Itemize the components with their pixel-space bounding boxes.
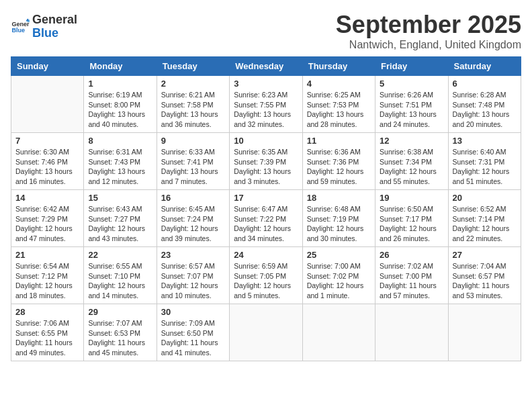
- day-info: Sunrise: 6:21 AM Sunset: 7:58 PM Dayligh…: [161, 90, 225, 130]
- day-number: 30: [161, 307, 225, 317]
- weekday-header-thursday: Thursday: [302, 57, 375, 76]
- day-info: Sunrise: 6:48 AM Sunset: 7:19 PM Dayligh…: [307, 204, 371, 244]
- day-number: 27: [453, 250, 517, 260]
- logo-text-general: General: [32, 13, 77, 27]
- day-info: Sunrise: 6:36 AM Sunset: 7:36 PM Dayligh…: [307, 147, 371, 187]
- day-info: Sunrise: 6:26 AM Sunset: 7:51 PM Dayligh…: [380, 90, 443, 130]
- day-info: Sunrise: 7:07 AM Sunset: 6:53 PM Dayligh…: [88, 318, 152, 358]
- day-info: Sunrise: 6:55 AM Sunset: 7:10 PM Dayligh…: [88, 261, 152, 301]
- day-number: 12: [380, 136, 443, 146]
- day-info: Sunrise: 6:28 AM Sunset: 7:48 PM Dayligh…: [453, 90, 517, 130]
- calendar-cell: 25Sunrise: 7:00 AM Sunset: 7:02 PM Dayli…: [302, 247, 375, 304]
- day-number: 23: [161, 250, 225, 260]
- day-number: 28: [15, 307, 79, 317]
- day-number: 3: [234, 79, 298, 89]
- calendar-cell: 7Sunrise: 6:30 AM Sunset: 7:46 PM Daylig…: [11, 133, 84, 190]
- day-info: Sunrise: 6:50 AM Sunset: 7:17 PM Dayligh…: [380, 204, 443, 244]
- day-number: 17: [234, 193, 298, 203]
- calendar-cell: 14Sunrise: 6:42 AM Sunset: 7:29 PM Dayli…: [11, 190, 84, 247]
- week-row-5: 28Sunrise: 7:06 AM Sunset: 6:55 PM Dayli…: [11, 304, 521, 361]
- day-number: 15: [88, 193, 152, 203]
- week-row-3: 14Sunrise: 6:42 AM Sunset: 7:29 PM Dayli…: [11, 190, 521, 247]
- calendar-cell: [375, 304, 448, 361]
- day-info: Sunrise: 7:06 AM Sunset: 6:55 PM Dayligh…: [15, 318, 79, 358]
- calendar-cell: 20Sunrise: 6:52 AM Sunset: 7:14 PM Dayli…: [448, 190, 521, 247]
- day-info: Sunrise: 6:19 AM Sunset: 8:00 PM Dayligh…: [88, 90, 152, 130]
- calendar-cell: 12Sunrise: 6:38 AM Sunset: 7:34 PM Dayli…: [375, 133, 448, 190]
- calendar-cell: 22Sunrise: 6:55 AM Sunset: 7:10 PM Dayli…: [84, 247, 157, 304]
- day-info: Sunrise: 7:02 AM Sunset: 7:00 PM Dayligh…: [380, 261, 443, 301]
- calendar-cell: 23Sunrise: 6:57 AM Sunset: 7:07 PM Dayli…: [157, 247, 229, 304]
- day-number: 20: [453, 193, 517, 203]
- logo: General Blue General Blue: [11, 13, 77, 40]
- calendar-cell: 17Sunrise: 6:47 AM Sunset: 7:22 PM Dayli…: [230, 190, 302, 247]
- calendar-cell: [230, 304, 302, 361]
- page-header: General Blue General Blue September 2025…: [11, 11, 521, 51]
- day-info: Sunrise: 6:23 AM Sunset: 7:55 PM Dayligh…: [234, 90, 298, 130]
- day-info: Sunrise: 6:57 AM Sunset: 7:07 PM Dayligh…: [161, 261, 225, 301]
- day-number: 11: [307, 136, 371, 146]
- day-info: Sunrise: 6:40 AM Sunset: 7:31 PM Dayligh…: [453, 147, 517, 187]
- week-row-1: 1Sunrise: 6:19 AM Sunset: 8:00 PM Daylig…: [11, 76, 521, 133]
- calendar-cell: 13Sunrise: 6:40 AM Sunset: 7:31 PM Dayli…: [448, 133, 521, 190]
- day-info: Sunrise: 6:52 AM Sunset: 7:14 PM Dayligh…: [453, 204, 517, 244]
- calendar-cell: 10Sunrise: 6:35 AM Sunset: 7:39 PM Dayli…: [230, 133, 302, 190]
- weekday-header-saturday: Saturday: [448, 57, 521, 76]
- day-number: 26: [380, 250, 443, 260]
- day-number: 5: [380, 79, 443, 89]
- logo-text-blue: Blue: [32, 27, 77, 40]
- day-info: Sunrise: 6:47 AM Sunset: 7:22 PM Dayligh…: [234, 204, 298, 244]
- day-number: 13: [453, 136, 517, 146]
- calendar-cell: 6Sunrise: 6:28 AM Sunset: 7:48 PM Daylig…: [448, 76, 521, 133]
- svg-text:Blue: Blue: [11, 27, 25, 34]
- calendar-cell: 1Sunrise: 6:19 AM Sunset: 8:00 PM Daylig…: [84, 76, 157, 133]
- weekday-header-wednesday: Wednesday: [230, 57, 302, 76]
- day-number: 7: [15, 136, 79, 146]
- weekday-header-sunday: Sunday: [11, 57, 84, 76]
- day-info: Sunrise: 7:00 AM Sunset: 7:02 PM Dayligh…: [307, 261, 371, 301]
- calendar-cell: 2Sunrise: 6:21 AM Sunset: 7:58 PM Daylig…: [157, 76, 229, 133]
- day-number: 2: [161, 79, 225, 89]
- day-info: Sunrise: 7:04 AM Sunset: 6:57 PM Dayligh…: [453, 261, 517, 301]
- calendar-cell: 8Sunrise: 6:31 AM Sunset: 7:43 PM Daylig…: [84, 133, 157, 190]
- day-number: 25: [307, 250, 371, 260]
- day-number: 22: [88, 250, 152, 260]
- calendar-cell: 18Sunrise: 6:48 AM Sunset: 7:19 PM Dayli…: [302, 190, 375, 247]
- day-number: 24: [234, 250, 298, 260]
- day-number: 16: [161, 193, 225, 203]
- day-info: Sunrise: 6:43 AM Sunset: 7:27 PM Dayligh…: [88, 204, 152, 244]
- day-number: 4: [307, 79, 371, 89]
- calendar-cell: 27Sunrise: 7:04 AM Sunset: 6:57 PM Dayli…: [448, 247, 521, 304]
- calendar-cell: [11, 76, 84, 133]
- weekday-header-monday: Monday: [84, 57, 157, 76]
- calendar-cell: [302, 304, 375, 361]
- calendar-cell: 19Sunrise: 6:50 AM Sunset: 7:17 PM Dayli…: [375, 190, 448, 247]
- day-info: Sunrise: 6:31 AM Sunset: 7:43 PM Dayligh…: [88, 147, 152, 187]
- week-row-4: 21Sunrise: 6:54 AM Sunset: 7:12 PM Dayli…: [11, 247, 521, 304]
- day-info: Sunrise: 7:09 AM Sunset: 6:50 PM Dayligh…: [161, 318, 225, 358]
- day-number: 19: [380, 193, 443, 203]
- day-number: 14: [15, 193, 79, 203]
- calendar-cell: 11Sunrise: 6:36 AM Sunset: 7:36 PM Dayli…: [302, 133, 375, 190]
- day-info: Sunrise: 6:35 AM Sunset: 7:39 PM Dayligh…: [234, 147, 298, 187]
- day-number: 1: [88, 79, 152, 89]
- calendar-cell: 24Sunrise: 6:59 AM Sunset: 7:05 PM Dayli…: [230, 247, 302, 304]
- calendar-cell: 28Sunrise: 7:06 AM Sunset: 6:55 PM Dayli…: [11, 304, 84, 361]
- weekday-header-tuesday: Tuesday: [157, 57, 229, 76]
- day-info: Sunrise: 6:54 AM Sunset: 7:12 PM Dayligh…: [15, 261, 79, 301]
- day-info: Sunrise: 6:25 AM Sunset: 7:53 PM Dayligh…: [307, 90, 371, 130]
- svg-text:General: General: [11, 20, 30, 27]
- day-info: Sunrise: 6:42 AM Sunset: 7:29 PM Dayligh…: [15, 204, 79, 244]
- calendar-cell: 9Sunrise: 6:33 AM Sunset: 7:41 PM Daylig…: [157, 133, 229, 190]
- day-number: 6: [453, 79, 517, 89]
- calendar-cell: 3Sunrise: 6:23 AM Sunset: 7:55 PM Daylig…: [230, 76, 302, 133]
- weekday-header-friday: Friday: [375, 57, 448, 76]
- day-number: 18: [307, 193, 371, 203]
- calendar-cell: 26Sunrise: 7:02 AM Sunset: 7:00 PM Dayli…: [375, 247, 448, 304]
- month-title: September 2025: [336, 11, 521, 39]
- calendar-cell: 16Sunrise: 6:45 AM Sunset: 7:24 PM Dayli…: [157, 190, 229, 247]
- day-info: Sunrise: 6:30 AM Sunset: 7:46 PM Dayligh…: [15, 147, 79, 187]
- title-block: September 2025 Nantwich, England, United…: [336, 11, 521, 51]
- calendar-cell: 29Sunrise: 7:07 AM Sunset: 6:53 PM Dayli…: [84, 304, 157, 361]
- day-info: Sunrise: 6:45 AM Sunset: 7:24 PM Dayligh…: [161, 204, 225, 244]
